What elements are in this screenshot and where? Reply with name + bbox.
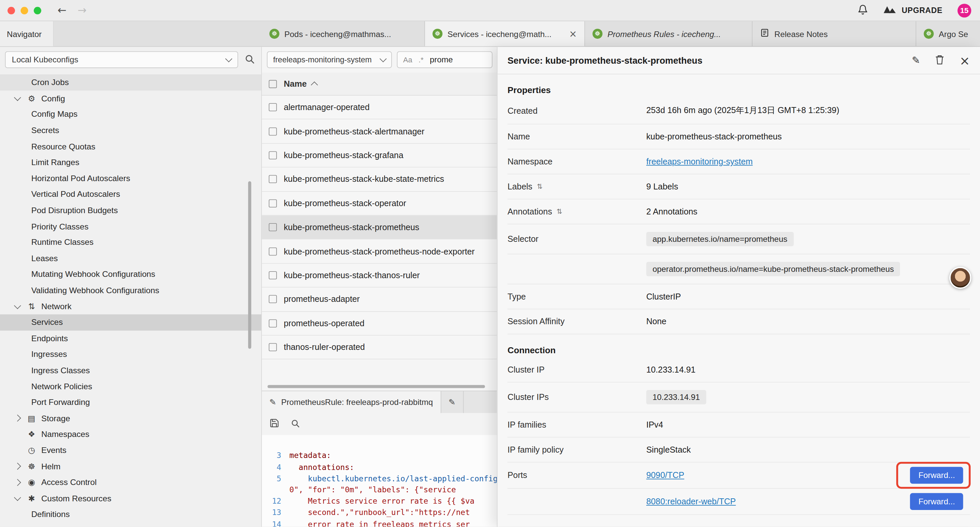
save-icon[interactable] xyxy=(269,418,280,430)
upgrade-button[interactable]: UPGRADE xyxy=(883,5,943,16)
table-row-selected[interactable]: kube-prometheus-stack-prometheus xyxy=(262,215,497,239)
table-row[interactable]: thanos-ruler-operated xyxy=(262,336,497,360)
sidebar-item-validating-webhook-configurations[interactable]: Validating Webhook Configurations xyxy=(0,282,261,298)
dock-tab-prometheusrule[interactable]: ✎ PrometheusRule: freeleaps-prod-rabbitm… xyxy=(262,392,441,414)
sidebar-item-network-policies[interactable]: Network Policies xyxy=(0,378,261,394)
table-row[interactable]: kube-prometheus-stack-kube-state-metrics xyxy=(262,167,497,191)
minimize-window-button[interactable] xyxy=(21,7,28,14)
sidebar-item-custom-resources[interactable]: ✱Custom Resources xyxy=(0,490,261,506)
sidebar-item-leases[interactable]: Leases xyxy=(0,250,261,266)
table-row[interactable]: kube-prometheus-stack-prometheus-node-ex… xyxy=(262,239,497,263)
tab-services[interactable]: ☸ Services - icecheng@math... × xyxy=(425,21,585,46)
chevron-right-icon[interactable] xyxy=(14,479,21,486)
sidebar-search-icon[interactable] xyxy=(245,53,255,66)
row-checkbox[interactable] xyxy=(269,127,277,135)
kubeconfig-selector[interactable]: Local Kubeconfigs xyxy=(5,51,238,68)
sidebar-item-access-control[interactable]: ◉Access Control xyxy=(0,474,261,490)
row-checkbox[interactable] xyxy=(269,223,277,231)
table-row[interactable]: kube-prometheus-stack-alertmanager xyxy=(262,120,497,144)
sidebar-item-services[interactable]: Services xyxy=(0,314,261,330)
sidebar-item-events[interactable]: ◷Events xyxy=(0,442,261,458)
chevron-down-icon[interactable] xyxy=(14,94,21,101)
port-link-9090[interactable]: 9090/TCP xyxy=(646,471,684,480)
table-row[interactable]: prometheus-adapter xyxy=(262,288,497,312)
sidebar-item-secrets[interactable]: Secrets xyxy=(0,123,261,139)
tab-pods[interactable]: ☸ Pods - icecheng@mathmas... xyxy=(262,21,425,46)
namespace-filter-dropdown[interactable]: freeleaps-monitoring-system xyxy=(267,51,392,68)
sidebar-item-mutating-webhook-configurations[interactable]: Mutating Webhook Configurations xyxy=(0,266,261,282)
match-case-toggle[interactable]: Aa xyxy=(403,56,413,64)
sidebar-item-network[interactable]: ⇅Network xyxy=(0,298,261,314)
port-link-8080-reloader-web[interactable]: 8080:reloader-web/TCP xyxy=(646,497,736,506)
sidebar-item-limit-ranges[interactable]: Limit Ranges xyxy=(0,154,261,170)
row-checkbox[interactable] xyxy=(269,247,277,255)
editor-toolbar xyxy=(262,413,497,435)
search-input[interactable]: Aa .* prome xyxy=(397,51,493,68)
select-all-checkbox[interactable] xyxy=(269,80,277,88)
sidebar-item-port-forwarding[interactable]: Port Forwarding xyxy=(0,394,261,410)
chevron-down-icon[interactable] xyxy=(14,302,21,309)
kubernetes-cluster-icon: ☸ xyxy=(592,29,602,39)
sidebar-item-definitions[interactable]: Definitions xyxy=(0,506,261,522)
sidebar-item-endpoints[interactable]: Endpoints xyxy=(0,330,261,346)
back-icon[interactable]: ← xyxy=(57,5,66,16)
sidebar-item-vertical-pod-autoscalers[interactable]: Vertical Pod Autoscalers xyxy=(0,186,261,202)
detail-row-name: Name kube-prometheus-stack-prometheus xyxy=(508,124,970,150)
close-drawer-icon[interactable]: × xyxy=(960,54,970,66)
sidebar-scrollbar[interactable] xyxy=(248,181,251,349)
sidebar-item-namespaces[interactable]: ❖Namespaces xyxy=(0,426,261,442)
notifications-bell-icon[interactable] xyxy=(857,4,868,16)
table-row[interactable]: alertmanager-operated xyxy=(262,96,497,120)
yaml-editor[interactable]: 3metadata: 4 annotations: 5 kubectl.kube… xyxy=(262,435,497,527)
sidebar-item-config[interactable]: ⚙Config xyxy=(0,91,261,107)
sidebar-item-resource-quotas[interactable]: Resource Quotas xyxy=(0,139,261,154)
user-avatar[interactable] xyxy=(949,267,971,289)
edit-service-icon[interactable]: ✎ xyxy=(912,56,920,65)
row-checkbox[interactable] xyxy=(269,151,277,159)
namespace-link[interactable]: freeleaps-monitoring-system xyxy=(646,157,752,166)
table-row[interactable]: kube-prometheus-stack-thanos-ruler xyxy=(262,263,497,288)
sidebar-item-ingresses[interactable]: Ingresses xyxy=(0,346,261,362)
row-checkbox[interactable] xyxy=(269,319,277,327)
sidebar-item-config-maps[interactable]: Config Maps xyxy=(0,107,261,123)
regex-toggle[interactable]: .* xyxy=(418,56,424,64)
sidebar-item-helm[interactable]: ☸Helm xyxy=(0,458,261,474)
sidebar-item-horizontal-pod-autoscalers[interactable]: Horizontal Pod Autoscalers xyxy=(0,170,261,186)
sidebar-item-pod-disruption-budgets[interactable]: Pod Disruption Budgets xyxy=(0,202,261,218)
horizontal-scrollbar[interactable] xyxy=(267,385,485,388)
table-row[interactable]: prometheus-operated xyxy=(262,312,497,336)
sidebar-item-runtime-classes[interactable]: Runtime Classes xyxy=(0,234,261,250)
chevron-right-icon[interactable] xyxy=(14,463,21,470)
sidebar-item-storage[interactable]: ▤Storage xyxy=(0,410,261,426)
row-checkbox[interactable] xyxy=(269,343,277,351)
sidebar-item-cron-jobs[interactable]: Cron Jobs xyxy=(0,74,261,91)
tab-release-notes[interactable]: Release Notes xyxy=(752,21,916,46)
notification-count-badge[interactable]: 15 xyxy=(958,3,971,17)
expand-annotations-icon[interactable]: ⇅ xyxy=(556,207,562,215)
name-column-header[interactable]: Name xyxy=(284,79,317,88)
detail-row-annotations: Annotations⇅ 2 Annotations xyxy=(508,199,970,224)
row-checkbox[interactable] xyxy=(269,103,277,111)
close-tab-icon[interactable]: × xyxy=(569,28,577,39)
close-window-button[interactable] xyxy=(7,7,15,14)
dock-tab-next[interactable]: ✎ xyxy=(441,392,463,414)
tab-prometheus-rules[interactable]: ☸ Prometheus Rules - icecheng... xyxy=(585,21,752,46)
row-checkbox[interactable] xyxy=(269,199,277,207)
chevron-right-icon[interactable] xyxy=(14,415,21,422)
row-checkbox[interactable] xyxy=(269,175,277,183)
zoom-window-button[interactable] xyxy=(34,7,41,14)
sidebar-item-ingress-classes[interactable]: Ingress Classes xyxy=(0,362,261,378)
forward-icon[interactable]: → xyxy=(78,5,87,16)
tab-argo[interactable]: ☸ Argo Se xyxy=(916,21,980,46)
forward-port-button[interactable]: Forward... xyxy=(910,493,963,510)
sidebar-item-priority-classes[interactable]: Priority Classes xyxy=(0,218,261,234)
forward-port-button[interactable]: Forward... xyxy=(910,467,963,484)
table-row[interactable]: kube-prometheus-stack-operator xyxy=(262,191,497,215)
row-checkbox[interactable] xyxy=(269,271,277,279)
row-checkbox[interactable] xyxy=(269,295,277,303)
editor-search-icon[interactable] xyxy=(291,419,300,430)
delete-service-icon[interactable] xyxy=(935,54,945,66)
table-row[interactable]: kube-prometheus-stack-grafana xyxy=(262,144,497,168)
chevron-down-icon[interactable] xyxy=(14,494,21,501)
expand-labels-icon[interactable]: ⇅ xyxy=(537,182,542,191)
